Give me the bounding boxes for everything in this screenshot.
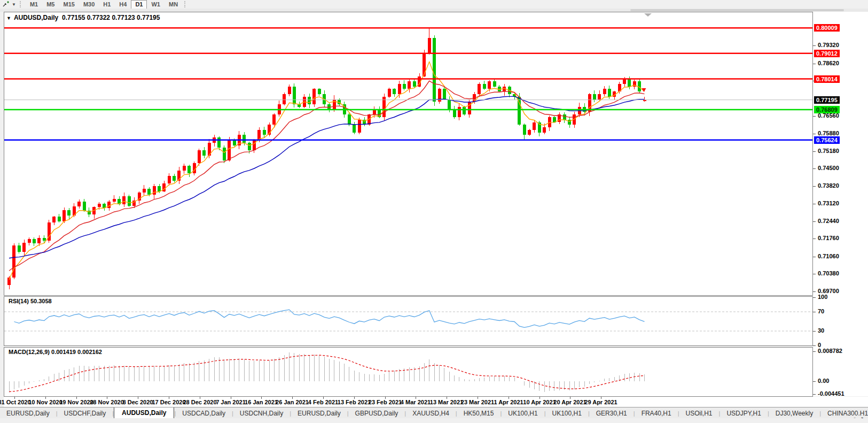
- axis-tick: [813, 45, 816, 46]
- macd-indicator-panel[interactable]: [4, 347, 813, 397]
- date-axis-label: 26 Jan 2021: [276, 399, 309, 405]
- date-axis-label: 23 Mar 2021: [461, 399, 494, 405]
- macd-label: MACD(12,26,9) 0.001419 0.002162: [9, 349, 102, 355]
- axis-tick: [813, 381, 816, 382]
- timeframe-button-m5[interactable]: M5: [42, 0, 59, 9]
- price-axis-label: 0.74500: [818, 165, 839, 171]
- date-axis-label: 4 Mar 2021: [401, 399, 431, 405]
- price-badge: 0.80009: [814, 24, 840, 32]
- chart-tab-ger30-h1[interactable]: GER30,H1: [590, 409, 634, 419]
- price-axis[interactable]: 0.793200.786200.779400.765600.758800.751…: [813, 12, 868, 396]
- timeframe-button-h1[interactable]: H1: [99, 0, 115, 9]
- date-axis-label: 17 Dec 2020: [152, 399, 186, 405]
- price-badge: 0.78014: [814, 75, 840, 83]
- axis-tick: [813, 312, 816, 312]
- chart-tab-audusd-daily[interactable]: AUDUSD,Daily: [114, 407, 174, 419]
- date-axis-label: 19 Nov 2020: [59, 399, 93, 405]
- axis-tick: [813, 297, 816, 298]
- axis-tick: [813, 345, 816, 346]
- price-axis-label: 0.71060: [818, 253, 839, 259]
- price-axis-label: 0.79320: [818, 42, 839, 48]
- chart-title: ▼AUDUSD,Daily 0.77155 0.77322 0.77123 0.…: [6, 14, 160, 21]
- axis-tick: [813, 239, 816, 239]
- chart-tab-fra40-h1[interactable]: FRA40,H1: [635, 409, 678, 419]
- price-badge: 0.76809: [814, 106, 840, 113]
- axis-tick: [813, 291, 816, 292]
- price-axis-label: 0.73120: [818, 200, 839, 206]
- axis-tick: [813, 331, 816, 332]
- window-bottom-strip: [0, 418, 868, 423]
- main-price-chart[interactable]: [4, 12, 813, 296]
- axis-tick: [813, 204, 816, 204]
- axis-tick: [813, 394, 816, 395]
- price-axis-label: -0.004451: [818, 390, 844, 397]
- date-axis-label: 13 Mar 2021: [430, 399, 463, 405]
- timeframe-button-m30[interactable]: M30: [79, 0, 99, 9]
- chart-tab-usdjpy-h1[interactable]: USDJPY,H1: [720, 409, 767, 419]
- chart-tab-eurusd-daily[interactable]: EURUSD,Daily: [0, 409, 56, 419]
- ohlc-values: 0.77155 0.77322 0.77123 0.77195: [62, 14, 160, 21]
- axis-tick: [813, 168, 816, 169]
- price-axis-label: 0.70380: [818, 270, 839, 276]
- price-badge: 0.77195: [814, 96, 840, 104]
- hscrollbar-thumb[interactable]: [630, 9, 844, 11]
- date-axis-label: 23 Feb 2021: [369, 399, 402, 405]
- price-axis-label: 0.75180: [818, 148, 839, 154]
- rsi-label: RSI(14) 50.3058: [9, 298, 52, 304]
- date-axis-label: 10 Nov 2020: [28, 399, 62, 405]
- date-axis[interactable]: 31 Oct 202010 Nov 202019 Nov 202028 Nov …: [4, 397, 868, 407]
- date-axis-label: 4 Feb 2021: [308, 399, 338, 405]
- chart-tab-hk50-m15[interactable]: HK50,M15: [457, 409, 501, 419]
- chart-tool-icon[interactable]: [1, 1, 12, 8]
- chart-tab-xauusd-h4[interactable]: XAUUSD,H4: [406, 409, 456, 419]
- timeframe-button-mn[interactable]: MN: [165, 0, 182, 9]
- chart-title-caret-icon[interactable]: ▼: [6, 16, 11, 21]
- price-badge: 0.75624: [814, 136, 840, 144]
- date-axis-label: 28 Dec 2020: [183, 399, 217, 405]
- date-axis-label: 8 Dec 2020: [123, 399, 153, 405]
- chart-tab-usdcad-daily[interactable]: USDCAD,Daily: [176, 409, 232, 419]
- chart-tab-usoil-h1[interactable]: USOil,H1: [679, 409, 719, 419]
- price-axis-label: 0.75880: [818, 130, 839, 136]
- timeframe-button-m1[interactable]: M1: [26, 0, 42, 9]
- axis-tick: [813, 186, 816, 187]
- price-axis-label: 0.008782: [818, 348, 842, 354]
- price-axis-label: 0.72440: [818, 218, 839, 224]
- price-badge: 0.79012: [814, 50, 840, 57]
- axis-tick: [813, 134, 816, 134]
- timeframe-button-h4[interactable]: H4: [115, 0, 131, 9]
- date-axis-label: 1 Apr 2021: [494, 399, 523, 405]
- toolbar-grip: [184, 1, 188, 7]
- axis-tick: [813, 64, 816, 64]
- chart-tab-usdcnh-daily[interactable]: USDCNH,Daily: [233, 409, 290, 419]
- price-axis-label: 70: [818, 308, 824, 314]
- price-axis-label: 0.00: [818, 378, 829, 384]
- price-axis-label: 100: [818, 294, 827, 300]
- axis-tick: [813, 257, 816, 257]
- chevron-down-icon[interactable]: ▼: [12, 2, 16, 7]
- symbol-period-label: AUDUSD,Daily: [14, 14, 58, 21]
- axis-tick: [813, 221, 816, 222]
- timeframe-toolbar: ▼ M1M5M15M30H1H4D1W1MN: [0, 0, 868, 9]
- price-axis-label: 0.71760: [818, 235, 839, 241]
- chart-tab-usdchf-daily[interactable]: USDCHF,Daily: [58, 409, 113, 419]
- date-axis-label: 29 Apr 2021: [584, 399, 617, 405]
- date-axis-label: 13 Feb 2021: [338, 399, 371, 405]
- date-axis-label: 28 Nov 2020: [90, 399, 124, 405]
- chart-tab-uk100-h1[interactable]: UK100,H1: [502, 409, 544, 419]
- axis-tick: [813, 116, 816, 117]
- rsi-indicator-panel[interactable]: [4, 296, 813, 346]
- chart-tab-dj30-weekly[interactable]: DJ30,Weekly: [769, 409, 819, 419]
- timeframe-button-w1[interactable]: W1: [147, 0, 165, 9]
- chart-tab-bar: EURUSD,Daily|USDCHF,Daily|AUDUSD,Daily|U…: [0, 407, 868, 419]
- date-axis-label: 31 Oct 2020: [0, 399, 31, 405]
- axis-tick: [813, 151, 816, 152]
- chart-tab-gbpusd-daily[interactable]: GBPUSD,Daily: [349, 409, 405, 419]
- chart-tab-uk100-h1[interactable]: UK100,H1: [546, 409, 588, 419]
- timeframe-button-m15[interactable]: M15: [59, 0, 79, 9]
- date-axis-label: 20 Apr 2021: [553, 399, 586, 405]
- price-axis-label: 0.73820: [818, 182, 839, 189]
- axis-tick: [813, 274, 816, 274]
- timeframe-button-d1[interactable]: D1: [131, 0, 147, 9]
- chart-tab-eurusd-daily[interactable]: EURUSD,Daily: [291, 409, 347, 419]
